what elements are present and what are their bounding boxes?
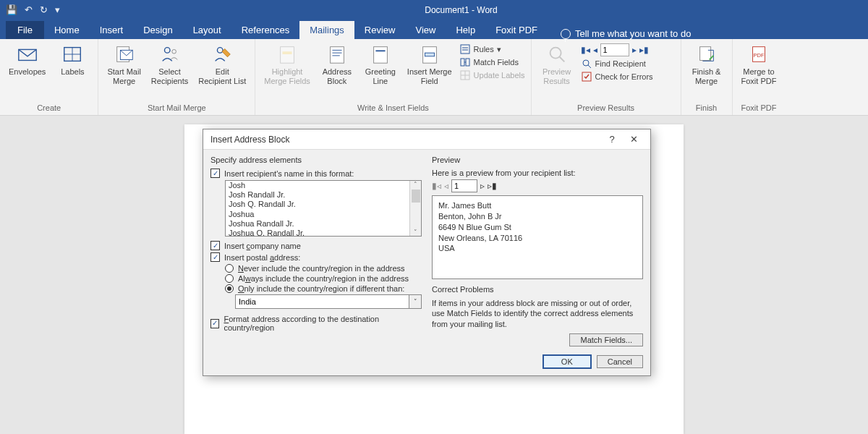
insert-merge-field-button[interactable]: Insert Merge Field <box>404 42 455 87</box>
first-record-icon[interactable]: ▮◂ <box>581 45 590 55</box>
tab-mailings[interactable]: Mailings <box>299 21 354 39</box>
svg-rect-22 <box>461 59 464 66</box>
country-input[interactable] <box>235 294 409 309</box>
merge-to-foxit-button[interactable]: PDF Merge to Foxit PDF <box>739 42 780 87</box>
list-item[interactable]: Joshua <box>226 210 421 219</box>
svg-rect-9 <box>281 47 294 64</box>
tab-references[interactable]: References <box>231 21 299 39</box>
svg-point-8 <box>218 48 224 54</box>
name-format-listbox[interactable]: Josh Josh Randall Jr. Josh Q. Randall Jr… <box>225 180 422 237</box>
rules-icon <box>459 43 471 55</box>
cancel-button[interactable]: Cancel <box>597 355 643 368</box>
scroll-thumb[interactable] <box>412 190 420 203</box>
scrollbar[interactable]: ˄ ˅ <box>409 181 421 236</box>
insert-merge-field-icon <box>419 43 441 65</box>
labels-button[interactable]: Labels <box>53 42 92 78</box>
radio-icon <box>225 284 234 293</box>
insert-company-checkbox[interactable]: Insert company name <box>210 241 422 250</box>
checkbox-icon <box>210 241 220 250</box>
preview-line: 6649 N Blue Gum St <box>438 222 637 233</box>
foxit-pdf-icon: PDF <box>748 43 770 65</box>
tell-me-search[interactable]: Tell me what you want to do <box>561 28 691 39</box>
radio-only-if-different[interactable]: Only include the country/region if diffe… <box>225 284 422 293</box>
preview-last-icon[interactable]: ▹▮ <box>488 181 497 191</box>
svg-rect-19 <box>461 45 469 54</box>
dialog-help-button[interactable]: ? <box>601 134 623 145</box>
tab-review[interactable]: Review <box>354 21 406 39</box>
rules-button[interactable]: Rules ▾ <box>459 43 525 55</box>
scroll-up-icon[interactable]: ˄ <box>414 181 417 188</box>
group-label-write: Write & Insert Fields <box>261 101 524 115</box>
prev-record-icon[interactable]: ◂ <box>593 45 597 55</box>
preview-nav: ▮◃ ◃ ▹ ▹▮ <box>432 179 643 192</box>
country-combobox[interactable]: ˅ <box>235 294 422 309</box>
preview-results-button[interactable]: Preview Results <box>537 42 576 87</box>
svg-rect-23 <box>466 59 469 66</box>
start-mail-merge-button[interactable]: Start Mail Merge <box>104 42 143 87</box>
preview-record-input[interactable] <box>451 179 477 192</box>
group-label-create: Create <box>6 101 92 115</box>
finish-merge-icon <box>696 43 718 65</box>
tab-foxit[interactable]: Foxit PDF <box>485 21 548 39</box>
radio-always[interactable]: Always include the country/region in the… <box>225 274 422 283</box>
customize-qat-icon[interactable]: ▾ <box>55 4 60 15</box>
redo-icon[interactable]: ↻ <box>40 4 48 15</box>
group-preview-results: Preview Results ▮◂ ◂ ▸ ▸▮ Find Recipient… <box>532 39 681 115</box>
check-for-errors-button[interactable]: Check for Errors <box>581 71 675 82</box>
envelopes-button[interactable]: Envelopes <box>6 42 48 78</box>
group-finish: Finish & Merge Finish <box>681 39 733 115</box>
match-fields-button[interactable]: Match Fields... <box>569 333 643 346</box>
radio-never[interactable]: Never include the country/region in the … <box>225 264 422 273</box>
address-block-button[interactable]: Address Block <box>318 42 357 87</box>
insert-postal-checkbox[interactable]: Insert postal address: <box>210 252 422 262</box>
group-label-foxit: Foxit PDF <box>739 101 780 115</box>
check-errors-icon <box>581 71 592 82</box>
preview-prev-icon[interactable]: ◃ <box>444 181 448 191</box>
finish-merge-button[interactable]: Finish & Merge <box>687 42 726 87</box>
ok-button[interactable]: OK <box>543 355 591 368</box>
tab-home[interactable]: Home <box>44 21 90 39</box>
next-record-icon[interactable]: ▸ <box>632 45 637 55</box>
preview-next-icon[interactable]: ▹ <box>480 181 485 191</box>
list-item[interactable]: Joshua Randall Jr. <box>226 219 421 229</box>
svg-rect-18 <box>425 53 434 56</box>
tab-design[interactable]: Design <box>133 21 182 39</box>
start-mail-merge-icon <box>114 43 135 65</box>
chevron-down-icon[interactable]: ˅ <box>409 294 422 309</box>
record-number-input[interactable] <box>600 43 629 56</box>
greeting-line-button[interactable]: Greeting Line <box>361 42 400 87</box>
undo-icon[interactable]: ↶ <box>25 4 33 15</box>
dialog-title: Insert Address Block <box>210 135 601 145</box>
tab-file[interactable]: File <box>6 21 44 39</box>
checkbox-icon <box>210 252 220 262</box>
preview-line: USA <box>438 243 637 254</box>
match-fields-button[interactable]: Match Fields <box>459 56 525 68</box>
list-item[interactable]: Joshua Q. Randall Jr. <box>226 229 421 237</box>
last-record-icon[interactable]: ▸▮ <box>639 45 649 55</box>
save-icon[interactable]: 💾 <box>6 4 17 15</box>
tab-layout[interactable]: Layout <box>183 21 231 39</box>
preview-first-icon[interactable]: ▮◃ <box>432 181 441 191</box>
list-item[interactable]: Josh <box>226 181 421 190</box>
find-recipient-button[interactable]: Find Recipient <box>581 58 675 69</box>
labels-icon <box>61 43 83 65</box>
edit-recipient-list-button[interactable]: Edit Recipient List <box>195 42 249 87</box>
list-item[interactable]: Josh Randall Jr. <box>226 190 421 200</box>
select-recipients-button[interactable]: Select Recipients <box>148 42 191 87</box>
list-item[interactable]: Josh Q. Randall Jr. <box>226 200 421 209</box>
tab-help[interactable]: Help <box>446 21 485 39</box>
dialog-close-button[interactable]: ✕ <box>623 134 644 145</box>
update-labels-button: Update Labels <box>459 69 525 81</box>
lightbulb-icon <box>561 29 571 39</box>
ribbon: Envelopes Labels Create Start Mail Merge… <box>0 39 868 116</box>
group-write-insert: Highlight Merge Fields Address Block Gre… <box>255 39 531 115</box>
insert-address-block-dialog: Insert Address Block ? ✕ Specify address… <box>203 129 651 376</box>
preview-box: Mr. James Butt Benton, John B Jr 6649 N … <box>432 195 643 279</box>
insert-name-checkbox[interactable]: Insert recipient's name in this format: <box>210 169 422 178</box>
scroll-down-icon[interactable]: ˅ <box>414 229 417 236</box>
checkbox-icon <box>210 319 219 328</box>
format-by-destination-checkbox[interactable]: Format address according to the destinat… <box>210 315 422 332</box>
find-recipient-icon <box>581 58 592 69</box>
tab-view[interactable]: View <box>405 21 446 39</box>
tab-insert[interactable]: Insert <box>90 21 134 39</box>
